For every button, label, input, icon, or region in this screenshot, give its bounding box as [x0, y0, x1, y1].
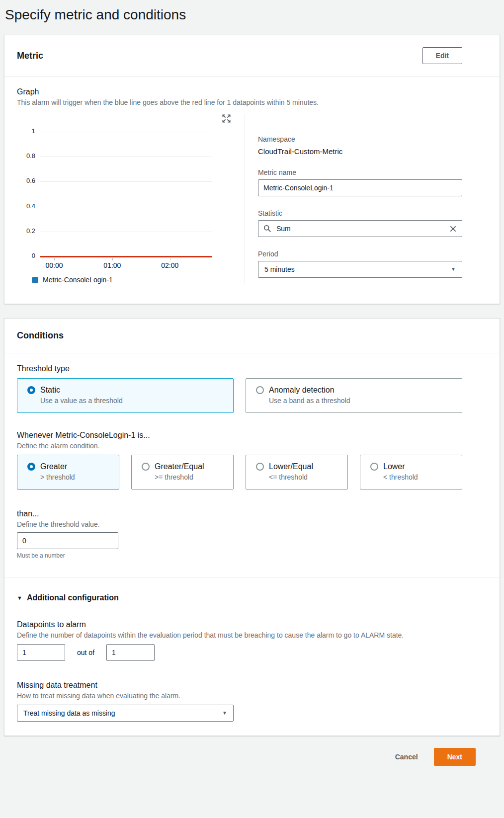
radio-unchecked-icon[interactable]	[370, 463, 378, 471]
tile-greater-description: > threshold	[40, 473, 114, 481]
radio-unchecked-icon[interactable]	[142, 463, 150, 471]
tile-static-description: Use a value as a threshold	[40, 397, 228, 405]
additional-configuration-expander[interactable]: ▼ Additional configuration	[17, 593, 462, 602]
tile-lower-title: Lower	[383, 462, 405, 471]
x-axis-tick	[112, 258, 113, 260]
cancel-button[interactable]: Cancel	[394, 748, 419, 765]
page-title: Specify metric and conditions	[5, 7, 504, 23]
y-axis-tick-label: 1	[32, 127, 35, 135]
metric-name-group: Metric name	[258, 168, 462, 196]
graph-label: Graph	[17, 87, 462, 96]
next-button[interactable]: Next	[434, 748, 476, 766]
tile-lower-equal-description: <= threshold	[269, 473, 342, 481]
datapoints-n-input[interactable]	[106, 644, 155, 661]
threshold-type-label: Threshold type	[17, 364, 462, 373]
namespace-group: Namespace CloudTrail-Custom-Metric	[258, 135, 462, 156]
radio-unchecked-icon[interactable]	[256, 386, 264, 394]
period-label: Period	[258, 250, 462, 258]
radio-unchecked-icon[interactable]	[256, 463, 264, 471]
edit-button[interactable]: Edit	[422, 47, 462, 64]
than-label: than...	[17, 509, 462, 518]
search-icon	[263, 225, 271, 233]
tile-lower-equal-title: Lower/Equal	[269, 462, 313, 471]
tile-lower-description: < threshold	[383, 473, 457, 481]
gridline: 1	[40, 132, 212, 132]
metric-name-input[interactable]	[258, 179, 462, 196]
gridline: 0.8	[40, 157, 212, 157]
namespace-label: Namespace	[258, 135, 462, 143]
chart-area: 10.80.60.40.20 00:0001:0002:00 Metric-Co…	[17, 114, 245, 284]
gridline: 0.6	[40, 181, 212, 182]
tile-anomaly-description: Use a band as a threshold	[269, 397, 457, 405]
statistic-clear-button[interactable]	[449, 225, 457, 233]
threshold-type-options: Static Use a value as a threshold Anomal…	[17, 378, 462, 413]
x-axis-tick-label: 02:00	[161, 261, 178, 269]
caret-down-icon: ▼	[451, 267, 456, 272]
conditions-card-header: Conditions	[4, 319, 500, 353]
y-axis-tick-label: 0.6	[26, 177, 35, 184]
tile-anomaly-title: Anomaly detection	[269, 386, 335, 395]
tile-greater-equal-description: >= threshold	[155, 473, 228, 481]
conditions-card-body: Threshold type Static Use a value as a t…	[4, 353, 500, 736]
x-axis-tick	[54, 258, 55, 260]
tile-greater-title: Greater	[40, 462, 67, 471]
tile-greater-equal-title: Greater/Equal	[155, 462, 204, 471]
metric-card: Metric Edit Graph This alarm will trigge…	[4, 35, 500, 304]
caret-down-icon: ▼	[17, 595, 22, 601]
tile-static[interactable]: Static Use a value as a threshold	[17, 378, 234, 413]
threshold-constraint-text: Must be a number	[17, 552, 462, 559]
tile-greater-equal[interactable]: Greater/Equal >= threshold	[131, 455, 234, 490]
expand-icon	[222, 114, 231, 123]
conditions-card-title: Conditions	[17, 330, 64, 341]
legend-series-dot	[32, 277, 38, 283]
gridline: 0.2	[40, 232, 212, 232]
y-axis-tick-label: 0	[32, 252, 35, 259]
tile-lower-equal[interactable]: Lower/Equal <= threshold	[246, 455, 348, 490]
statistic-label: Statistic	[258, 209, 462, 217]
statistic-input[interactable]	[275, 224, 445, 233]
missing-data-select[interactable]: Treat missing data as missing ▼	[17, 705, 234, 722]
caret-down-icon: ▼	[222, 711, 227, 716]
tile-anomaly-detection[interactable]: Anomaly detection Use a band as a thresh…	[246, 378, 462, 413]
metric-card-header: Metric Edit	[4, 35, 500, 77]
threshold-value-input[interactable]	[17, 532, 118, 549]
than-description: Define the threshold value.	[17, 520, 462, 528]
tile-static-title: Static	[40, 386, 60, 395]
chart-x-axis: 00:0001:0002:00	[40, 257, 212, 275]
additional-configuration-label: Additional configuration	[27, 593, 119, 602]
datapoints-label: Datapoints to alarm	[17, 620, 462, 629]
threshold-line	[40, 256, 212, 257]
whenever-description: Define the alarm condition.	[17, 442, 462, 450]
x-axis-tick-label: 01:00	[103, 261, 121, 269]
metric-name-label: Metric name	[258, 168, 462, 176]
y-axis-tick-label: 0.8	[26, 152, 35, 160]
gridline: 0.4	[40, 207, 212, 207]
namespace-value: CloudTrail-Custom-Metric	[258, 147, 462, 156]
whenever-label: Whenever Metric-ConsoleLogin-1 is...	[17, 431, 462, 440]
statistic-search-box[interactable]	[258, 220, 462, 237]
missing-data-description: How to treat missing data when evaluatin…	[17, 692, 462, 700]
missing-data-label: Missing data treatment	[17, 681, 462, 690]
operator-options: Greater > threshold Greater/Equal >= thr…	[17, 455, 462, 490]
datapoints-separator-label: out of	[77, 649, 94, 656]
tile-lower[interactable]: Lower < threshold	[360, 455, 462, 490]
expand-graph-button[interactable]	[222, 114, 231, 124]
datapoints-m-input[interactable]	[17, 644, 65, 661]
legend-series-label: Metric-ConsoleLogin-1	[43, 276, 113, 284]
wizard-footer: Cancel Next	[0, 748, 476, 766]
metric-card-title: Metric	[17, 51, 43, 61]
x-axis-tick	[170, 258, 170, 260]
chart-legend: Metric-ConsoleLogin-1	[32, 276, 245, 284]
y-axis-tick-label: 0.2	[26, 227, 35, 235]
metric-details-panel: Namespace CloudTrail-Custom-Metric Metri…	[245, 114, 462, 284]
statistic-group: Statistic	[258, 209, 462, 237]
section-divider	[4, 577, 500, 577]
radio-checked-icon[interactable]	[27, 386, 35, 394]
tile-greater[interactable]: Greater > threshold	[17, 455, 119, 490]
datapoints-description: Define the number of datapoints within t…	[17, 631, 462, 639]
missing-data-selected-value: Treat missing data as missing	[23, 709, 115, 717]
graph-description: This alarm will trigger when the blue li…	[17, 98, 462, 106]
period-selected-value: 5 minutes	[264, 265, 295, 273]
radio-checked-icon[interactable]	[27, 463, 35, 471]
period-select[interactable]: 5 minutes ▼	[258, 261, 462, 278]
